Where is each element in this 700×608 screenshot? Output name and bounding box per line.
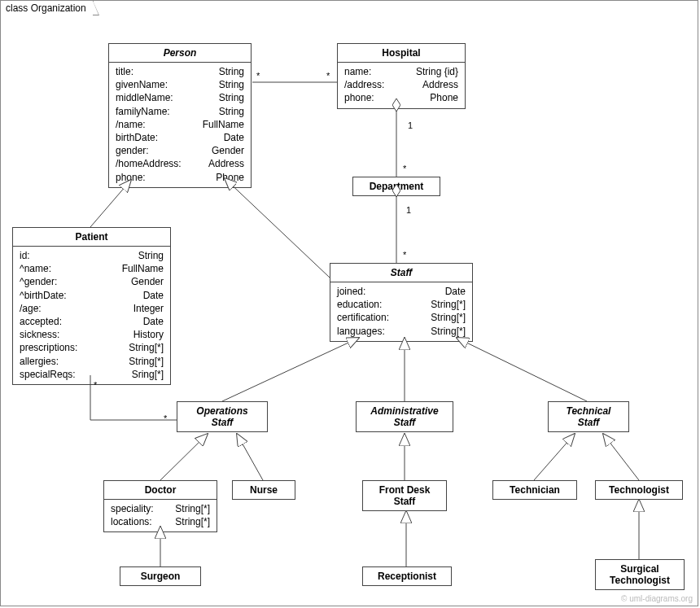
class-technologist-title: Technologist <box>596 481 682 499</box>
class-admin-staff-title: Administrative Staff <box>357 402 453 431</box>
attr-row: allergies:String[*] <box>20 355 164 368</box>
mult-pat-ops-l: * <box>94 380 97 390</box>
class-ops-staff: Operations Staff <box>177 401 268 432</box>
attr-type: Phone <box>430 91 458 104</box>
attr-type: Integer <box>133 302 164 315</box>
class-tech-staff-title: Technical Staff <box>549 402 628 431</box>
class-surgtech: Surgical Technologist <box>595 559 685 590</box>
attr-name: prescriptions: <box>20 341 77 354</box>
attr-row: prescriptions:String[*] <box>20 341 164 354</box>
attr-name: languages: <box>337 325 385 338</box>
attr-name: ^birthDate: <box>20 289 67 302</box>
attr-type: FullName <box>122 262 164 275</box>
class-receptionist: Receptionist <box>362 566 452 586</box>
attr-row: gender:Gender <box>116 144 244 157</box>
attr-name: phone: <box>116 171 146 184</box>
attr-row: accepted:Date <box>20 315 164 328</box>
class-doctor-attrs: speciality:String[*]locations:String[*] <box>104 500 217 531</box>
attr-row: sickness:History <box>20 328 164 341</box>
attr-name: speciality: <box>111 502 154 515</box>
attr-name: title: <box>116 65 133 78</box>
attr-row: title:String <box>116 65 244 78</box>
attr-type: String <box>219 91 244 104</box>
attr-type: String[*] <box>129 355 164 368</box>
class-surgeon-title: Surgeon <box>120 567 200 585</box>
attr-type: String[*] <box>129 341 164 354</box>
attr-type: Date <box>143 315 164 328</box>
mult-hosp-dept-1: 1 <box>408 120 413 130</box>
attr-row: familyName:String <box>116 105 244 118</box>
attr-row: ^name:FullName <box>20 262 164 275</box>
class-technician-title: Technician <box>493 481 576 499</box>
attr-name: specialReqs: <box>20 368 76 381</box>
attr-row: specialReqs:Sring[*] <box>20 368 164 381</box>
attr-row: languages:String[*] <box>337 325 466 338</box>
class-tech-staff: Technical Staff <box>548 401 629 432</box>
attr-type: String <box>219 65 244 78</box>
frame-label: class Organization <box>0 0 94 15</box>
mult-dept-staff-s: * <box>403 250 406 260</box>
class-doctor: Doctor speciality:String[*]locations:Str… <box>103 480 217 532</box>
class-person-attrs: title:StringgivenName:StringmiddleName:S… <box>109 63 251 187</box>
attr-type: String[*] <box>431 325 466 338</box>
class-hospital: Hospital name:String {id}/address:Addres… <box>337 43 466 109</box>
attr-type: History <box>133 328 164 341</box>
attr-type: Sring[*] <box>132 368 164 381</box>
attr-type: Address <box>208 157 244 170</box>
attr-type: Date <box>445 285 466 298</box>
mult-pat-ops-r: * <box>164 413 167 423</box>
attr-name: id: <box>20 249 30 262</box>
attr-row: name:String {id} <box>344 65 458 78</box>
attr-type: FullName <box>203 118 244 131</box>
svg-line-4 <box>225 178 330 278</box>
class-hospital-title: Hospital <box>338 44 465 63</box>
watermark: © uml-diagrams.org <box>621 594 693 603</box>
attr-name: certification: <box>337 311 389 324</box>
attr-row: phone:Phone <box>344 91 458 104</box>
attr-name: /age: <box>20 302 42 315</box>
attr-name: locations: <box>111 515 152 528</box>
class-surgeon: Surgeon <box>120 566 201 586</box>
attr-name: /address: <box>344 78 384 91</box>
attr-name: phone: <box>344 91 374 104</box>
class-nurse-title: Nurse <box>233 481 295 499</box>
attr-row: /name:FullName <box>116 118 244 131</box>
mult-dept-staff-1: 1 <box>406 205 411 215</box>
attr-row: phone:Phone <box>116 171 244 184</box>
class-doctor-title: Doctor <box>104 481 217 500</box>
class-department: Department <box>352 177 440 196</box>
class-frontdesk: Front Desk Staff <box>362 480 447 511</box>
attr-type: Phone <box>216 171 244 184</box>
class-receptionist-title: Receptionist <box>363 567 451 585</box>
svg-line-9 <box>237 434 263 480</box>
mult-person-hosp-l: * <box>256 71 260 81</box>
class-nurse: Nurse <box>232 480 295 500</box>
attr-name: ^gender: <box>20 275 57 288</box>
attr-type: String <box>219 78 244 91</box>
class-person: Person title:StringgivenName:Stringmiddl… <box>108 43 252 188</box>
attr-name: education: <box>337 298 382 311</box>
attr-name: gender: <box>116 144 149 157</box>
class-staff-attrs: joined:Dateeducation:String[*]certificat… <box>330 282 472 341</box>
class-patient-attrs: id:String^name:FullName^gender:Gender^bi… <box>13 247 170 384</box>
attr-row: education:String[*] <box>337 298 466 311</box>
svg-line-5 <box>222 338 359 401</box>
class-person-title: Person <box>109 44 251 63</box>
attr-type: String[*] <box>431 311 466 324</box>
frame-label-text: class Organization <box>6 2 86 14</box>
attr-row: joined:Date <box>337 285 466 298</box>
attr-row: birthDate:Date <box>116 131 244 144</box>
attr-row: speciality:String[*] <box>111 502 210 515</box>
svg-line-11 <box>534 434 575 480</box>
attr-row: middleName:String <box>116 91 244 104</box>
class-ops-staff-title: Operations Staff <box>177 402 267 431</box>
attr-row: /address:Address <box>344 78 458 91</box>
package-frame: class Organization Person title:Stringgi… <box>0 0 698 606</box>
mult-person-hosp-r: * <box>326 71 330 81</box>
class-frontdesk-title: Front Desk Staff <box>363 481 446 510</box>
class-staff-title: Staff <box>330 264 472 282</box>
attr-row: givenName:String <box>116 78 244 91</box>
class-department-title: Department <box>353 177 440 195</box>
attr-type: String[*] <box>431 298 466 311</box>
attr-name: birthDate: <box>116 131 158 144</box>
